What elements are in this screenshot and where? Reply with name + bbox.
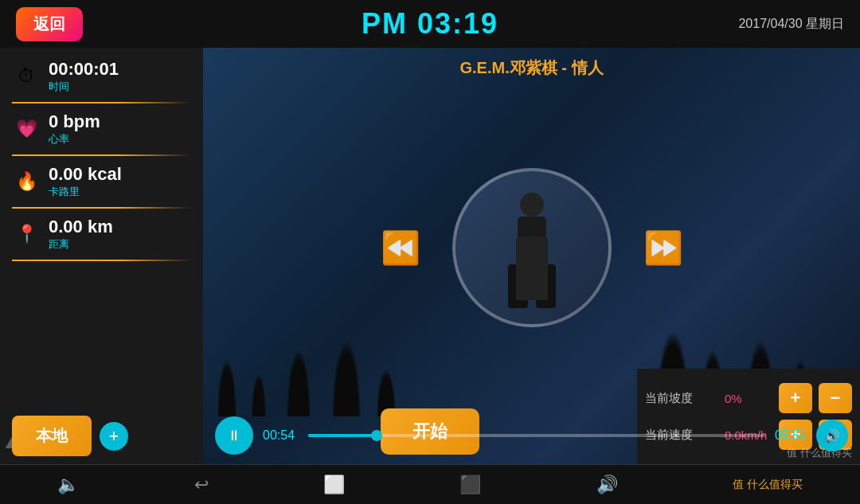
- timer-value: 00:00:01: [49, 59, 119, 80]
- timer-label: 时间: [49, 80, 119, 94]
- svg-point-0: [520, 193, 544, 217]
- clock-display: PM 03:19: [362, 7, 498, 41]
- bottom-nav-bar: 🔈 ↩ ⬜ ⬛ 🔊 值 什么值得买: [0, 464, 860, 504]
- svg-rect-3: [536, 264, 556, 308]
- date-display: 2017/04/30 星期日: [738, 16, 844, 33]
- divider-1: [12, 102, 191, 104]
- bottom-left-controls: 本地 +: [0, 408, 203, 464]
- distance-value: 0.00 km: [49, 217, 113, 237]
- add-small-button[interactable]: +: [100, 422, 128, 451]
- back-nav-icon[interactable]: ↩: [194, 475, 209, 495]
- volume-right-icon[interactable]: 🔊: [596, 475, 618, 495]
- distance-info: 0.00 km 距离: [49, 217, 113, 252]
- calories-info: 0.00 kcal 卡路里: [49, 164, 122, 199]
- timer-icon: ⏱: [12, 62, 41, 91]
- progress-handle: [371, 430, 382, 441]
- heart-icon: 💗: [12, 115, 41, 143]
- divider-2: [12, 154, 191, 156]
- heart-label: 心率: [49, 132, 100, 147]
- brand-watermark: 值 什么值得买: [733, 478, 803, 492]
- album-art-container: ⏪ ⏩: [203, 85, 860, 410]
- player-controls: ⏸ 00:54 05:51 🔊: [203, 410, 860, 464]
- distance-row: 📍 0.00 km 距离: [12, 213, 191, 255]
- divider-4: [12, 260, 191, 261]
- svg-rect-1: [518, 217, 546, 264]
- prev-button[interactable]: ⏪: [381, 229, 420, 267]
- calories-label: 卡路里: [49, 185, 122, 199]
- heart-info: 0 bpm 心率: [49, 111, 100, 147]
- main-content: ⏱ 00:00:01 时间 💗 0 bpm 心率 🔥 0.00 kcal 卡路里…: [0, 48, 860, 464]
- back-button[interactable]: 返回: [16, 7, 83, 41]
- calories-value: 0.00 kcal: [49, 164, 122, 185]
- divider-3: [12, 207, 191, 209]
- total-time: 05:51: [775, 428, 807, 443]
- song-title: G.E.M.邓紫棋 - 情人: [203, 48, 860, 85]
- location-icon: 📍: [12, 220, 41, 248]
- progress-fill: [308, 434, 377, 437]
- timer-info: 00:00:01 时间: [49, 59, 119, 94]
- svg-rect-2: [508, 264, 528, 308]
- distance-label: 距离: [49, 237, 113, 252]
- progress-bar[interactable]: [308, 434, 765, 437]
- timer-stat-row: ⏱ 00:00:01 时间: [12, 56, 191, 97]
- volume-button[interactable]: 🔊: [816, 420, 848, 451]
- local-button[interactable]: 本地: [12, 416, 92, 456]
- play-pause-button[interactable]: ⏸: [215, 416, 253, 455]
- heart-value: 0 bpm: [49, 111, 100, 132]
- fire-icon: 🔥: [12, 167, 41, 196]
- top-bar: 返回 PM 03:19 2017/04/30 星期日: [0, 0, 860, 48]
- heart-rate-row: 💗 0 bpm 心率: [12, 108, 191, 150]
- next-button[interactable]: ⏩: [643, 229, 683, 267]
- current-time: 00:54: [263, 428, 299, 443]
- home-nav-icon[interactable]: ⬜: [323, 475, 345, 495]
- volume-nav-icon[interactable]: 🔈: [57, 475, 79, 495]
- calories-row: 🔥 0.00 kcal 卡路里: [12, 161, 191, 202]
- album-art: [452, 168, 612, 327]
- music-player: G.E.M.邓紫棋 - 情人 ⏪ ⏩ ⏸ 00:54 05:51: [203, 48, 860, 464]
- left-sidebar: ⏱ 00:00:01 时间 💗 0 bpm 心率 🔥 0.00 kcal 卡路里…: [0, 48, 203, 464]
- recent-nav-icon[interactable]: ⬛: [459, 475, 481, 495]
